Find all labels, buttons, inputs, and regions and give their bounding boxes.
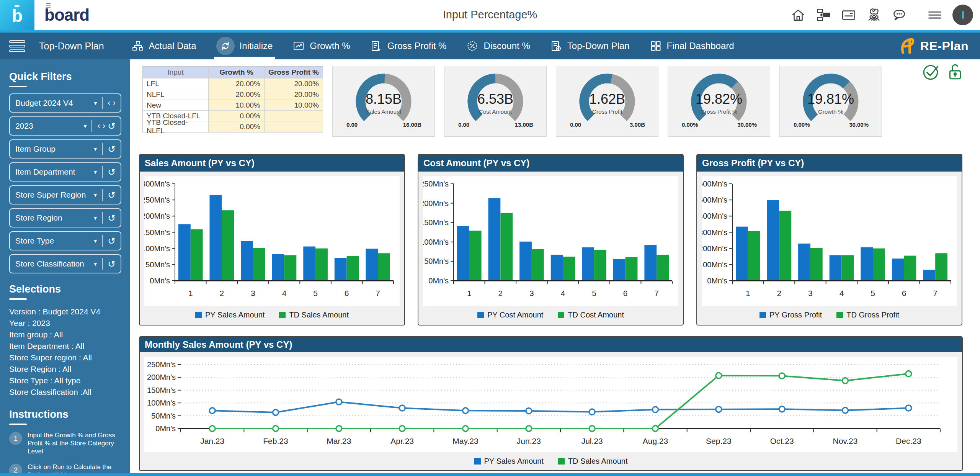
gross-profit-cell[interactable]: 10.00% <box>265 100 323 111</box>
growth-cell[interactable]: 0.00% <box>209 121 265 132</box>
tab-label: Discount % <box>483 41 530 51</box>
workflow-icon[interactable] <box>816 7 831 23</box>
growth-cell[interactable]: 0.00% <box>209 111 265 121</box>
next-icon[interactable]: › <box>103 121 105 131</box>
tab-final-dashboard[interactable]: Final Dashboard <box>650 33 734 59</box>
chevron-down-icon[interactable]: ▼ <box>93 146 98 152</box>
tab-growth[interactable]: Growth % <box>292 33 350 59</box>
svg-text:1.62B: 1.62B <box>589 91 625 107</box>
gross-profit-cell[interactable] <box>265 121 323 132</box>
chevron-down-icon[interactable]: ▼ <box>93 169 98 175</box>
filter-divider <box>102 189 103 201</box>
filter-divider <box>102 166 103 178</box>
chevron-down-icon[interactable]: ▼ <box>93 238 98 244</box>
instructions-title: Instructions <box>9 409 121 420</box>
svg-text:0Mn's: 0Mn's <box>707 276 727 285</box>
svg-text:100Mn's: 100Mn's <box>147 399 176 407</box>
gross-profit-cell[interactable] <box>265 111 323 121</box>
svg-text:250Mn's: 250Mn's <box>147 360 176 369</box>
svg-text:300Mn's: 300Mn's <box>144 180 170 188</box>
data-point <box>653 407 658 412</box>
header-divider <box>917 7 917 23</box>
svg-text:0Mn's: 0Mn's <box>150 276 170 285</box>
tab-actual-data[interactable]: Actual Data <box>132 33 196 59</box>
sidebar: Quick Filters Budget 2024 V4▼‹›2023▼‹›↺I… <box>0 59 130 473</box>
chevron-down-icon[interactable]: ▼ <box>83 123 88 129</box>
svg-text:May.23: May.23 <box>452 437 478 445</box>
growth-cell[interactable]: 20.00% <box>209 89 265 100</box>
bottom-strip <box>0 473 980 476</box>
svg-text:13.00B: 13.00B <box>515 121 534 128</box>
svg-text:1: 1 <box>188 289 193 298</box>
bar <box>767 200 779 281</box>
input-table-header: Input Growth % Gross Profit % <box>143 67 323 79</box>
tab-top-down-plan[interactable]: Top-Down Plan <box>550 33 630 59</box>
tab-discount[interactable]: Discount % <box>466 33 530 59</box>
svg-text:2: 2 <box>777 289 782 298</box>
reset-icon[interactable]: ↺ <box>108 258 116 270</box>
prev-icon[interactable]: ‹ <box>108 98 110 108</box>
growth-cell[interactable]: 20.00% <box>209 79 265 89</box>
svg-text:Feb.23: Feb.23 <box>263 437 288 445</box>
reset-icon[interactable]: ↺ <box>108 213 116 224</box>
svg-text:Growth %: Growth % <box>818 108 843 115</box>
data-point <box>336 426 342 432</box>
reset-icon[interactable]: ↺ <box>108 121 116 132</box>
chevron-down-icon[interactable]: ▼ <box>93 192 98 198</box>
data-point <box>779 406 785 412</box>
growth-cell[interactable]: 10.00% <box>209 100 265 111</box>
svg-text:Mar.23: Mar.23 <box>327 437 351 445</box>
legend-item: TD Cost Amount <box>558 311 624 319</box>
legend-item: PY Cost Amount <box>477 311 543 319</box>
svg-text:6: 6 <box>623 289 628 298</box>
card-icon[interactable] <box>841 7 856 23</box>
reset-icon[interactable]: ↺ <box>108 144 116 155</box>
reset-icon[interactable]: ↺ <box>108 167 116 178</box>
bar-charts-row: Sales Amount (PY vs CY)0Mn's50Mn's100Mn'… <box>139 154 963 326</box>
prev-icon[interactable]: ‹ <box>97 121 100 131</box>
legend-label: TD Sales Amount <box>568 457 628 466</box>
gross-profit-cell[interactable]: 20.00% <box>265 79 323 89</box>
chevron-down-icon[interactable]: ▼ <box>93 100 98 106</box>
reset-icon[interactable]: ↺ <box>108 190 116 201</box>
menu-icon[interactable] <box>927 7 942 23</box>
legend-swatch <box>279 312 286 318</box>
board-logo-tile[interactable]: b <box>0 0 34 30</box>
legend-item: PY Sales Amount <box>474 457 544 466</box>
svg-text:4: 4 <box>282 289 287 298</box>
bar <box>842 255 854 281</box>
home-icon[interactable] <box>791 7 806 23</box>
filter-item-group[interactable]: Item Group▼↺ <box>9 139 121 159</box>
filter-store-region[interactable]: Store Region▼↺ <box>9 208 121 227</box>
bar <box>810 248 823 281</box>
svg-text:0.00: 0.00 <box>458 121 469 128</box>
filter-item-department[interactable]: Item Department▼↺ <box>9 162 121 182</box>
filter-budget-2024-v4[interactable]: Budget 2024 V4▼‹› <box>9 93 121 113</box>
svg-text:7: 7 <box>376 289 380 298</box>
plot-area: 0Mn's100Mn's200Mn's300Mn's400Mn's500Mn's… <box>702 176 957 306</box>
tab-initialize[interactable]: Initialize <box>216 33 273 59</box>
lock-open-icon[interactable] <box>946 63 965 81</box>
brand: RE-Plan <box>898 37 969 55</box>
gross-profit-cell[interactable]: 20.00% <box>265 89 323 100</box>
chevron-down-icon[interactable]: ▼ <box>93 215 98 221</box>
svg-text:5: 5 <box>313 289 318 298</box>
nav-menu-label[interactable]: Top-Down Plan <box>39 41 104 52</box>
gauges-row: 8.15BSales Amount0.0016.00B6.53BCost Amo… <box>332 66 882 137</box>
filter-store-type[interactable]: Store Type▼↺ <box>9 231 121 250</box>
presenter-icon[interactable] <box>866 7 882 23</box>
chart-panel-gross-profit-py-vs-cy-: Gross Profit (PY vs CY)0Mn's100Mn's200Mn… <box>696 154 962 326</box>
chat-icon[interactable] <box>892 7 907 23</box>
nav-burger-icon[interactable] <box>9 40 25 52</box>
filter-store-super-region[interactable]: Store Super Region▼↺ <box>9 185 121 204</box>
next-icon[interactable]: › <box>113 98 116 108</box>
user-avatar[interactable] <box>952 5 973 25</box>
filter-store-classification[interactable]: Store Classification▼↺ <box>9 254 121 273</box>
svg-text:150Mn's: 150Mn's <box>147 386 176 394</box>
reset-icon[interactable]: ↺ <box>108 236 116 247</box>
chevron-down-icon[interactable]: ▼ <box>93 261 98 267</box>
chart-title: Cost Amount (PY vs CY) <box>418 155 683 172</box>
check-circle-icon[interactable] <box>922 63 940 81</box>
filter-2023[interactable]: 2023▼‹›↺ <box>9 116 121 136</box>
tab-gross-profit[interactable]: Gross Profit % <box>370 33 447 59</box>
